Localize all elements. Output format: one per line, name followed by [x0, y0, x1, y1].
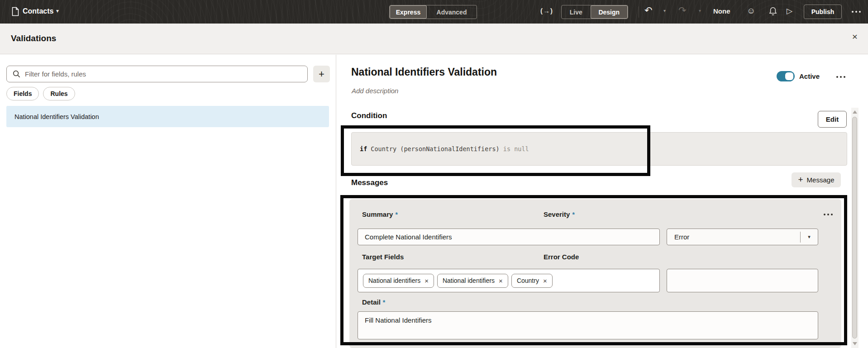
condition-operator: is null	[503, 145, 529, 153]
message-overflow-icon[interactable]	[824, 214, 833, 215]
topbar-overflow-icon[interactable]	[852, 11, 861, 13]
redo-icon: ↷	[678, 5, 687, 16]
condition-expression[interactable]: if Country (personNationalIdentifiers) i…	[351, 132, 847, 166]
required-asterisk: *	[383, 299, 385, 306]
app-window: Contacts ▾ Express Advanced (→) Live Des…	[0, 0, 868, 348]
chip-remove-icon[interactable]: ×	[424, 277, 429, 285]
detail-label: Detail*	[362, 298, 385, 306]
search-box	[6, 66, 308, 82]
add-message-label: Message	[807, 176, 835, 184]
severity-value: Error	[674, 233, 800, 241]
app-menu-caret-icon[interactable]: ▾	[56, 8, 59, 14]
view-toggle: Live Design	[561, 5, 628, 19]
search-input[interactable]	[25, 70, 307, 78]
topbar-divider	[639, 6, 639, 18]
rule-list-item[interactable]: National Identifiers Validation	[6, 106, 329, 127]
active-toggle[interactable]	[777, 71, 795, 81]
add-message-button[interactable]: + Message	[792, 172, 841, 187]
severity-label: Severity*	[544, 210, 575, 218]
chip-label: Country	[517, 277, 539, 284]
error-code-input[interactable]	[667, 269, 818, 292]
sidebar: + Fields Rules National Identifiers Vali…	[0, 55, 336, 348]
redo-menu-caret-icon: ▾	[699, 8, 701, 13]
target-fields-input[interactable]: National identifiers × National identifi…	[358, 269, 660, 292]
message-card: Summary* Severity* Error ▾ Target Fields…	[349, 199, 841, 348]
scrollbar-thumb[interactable]	[852, 117, 857, 338]
document-icon	[12, 7, 19, 18]
version-label[interactable]: None	[713, 7, 730, 15]
feedback-smiley-icon[interactable]: ☺	[747, 6, 755, 16]
mode-advanced-button[interactable]: Advanced	[427, 5, 477, 19]
messages-heading: Messages	[351, 178, 388, 187]
app-title[interactable]: Contacts	[23, 7, 53, 15]
notifications-bell-icon[interactable]	[768, 6, 777, 18]
close-icon[interactable]: ×	[847, 29, 863, 44]
edit-condition-button[interactable]: Edit	[818, 111, 847, 128]
filter-pills: Fields Rules	[6, 87, 75, 100]
rule-overflow-icon[interactable]	[836, 76, 845, 78]
filter-fields-pill[interactable]: Fields	[6, 87, 39, 100]
add-rule-button[interactable]: +	[313, 66, 330, 82]
rule-description-placeholder[interactable]: Add description	[352, 87, 398, 95]
target-field-chip: National identifiers ×	[363, 274, 434, 288]
active-toggle-label: Active	[799, 72, 820, 80]
filter-rules-pill[interactable]: Rules	[43, 87, 75, 100]
rule-title: National Identifiers Validation	[351, 66, 497, 78]
search-icon	[13, 70, 20, 78]
scroll-up-icon[interactable]	[853, 110, 857, 114]
condition-keyword: if	[360, 145, 367, 153]
mode-express-button[interactable]: Express	[390, 5, 427, 19]
chip-remove-icon[interactable]: ×	[499, 277, 503, 285]
detail-textarea[interactable]	[358, 311, 818, 339]
page-title: Validations	[11, 33, 56, 43]
toggle-knob	[785, 72, 793, 80]
rule-list-item-label: National Identifiers Validation	[14, 113, 99, 120]
condition-heading: Condition	[351, 111, 387, 120]
condition-clause: Country (personNationalIdentifiers)	[371, 145, 499, 153]
undo-menu-caret-icon[interactable]: ▾	[663, 8, 666, 13]
undo-icon[interactable]: ↶	[644, 5, 653, 16]
mode-toggle: Express Advanced	[389, 5, 477, 19]
chip-label: National identifiers	[443, 277, 495, 284]
chip-remove-icon[interactable]: ×	[543, 277, 547, 285]
validations-header: Validations ×	[0, 24, 868, 54]
vertical-scrollbar[interactable]	[851, 108, 858, 348]
summary-input[interactable]	[358, 229, 660, 245]
required-asterisk: *	[572, 211, 574, 218]
view-design-button[interactable]: Design	[591, 5, 628, 19]
error-code-label: Error Code	[544, 253, 579, 261]
target-field-chip: National identifiers ×	[437, 274, 508, 288]
view-live-button[interactable]: Live	[562, 5, 591, 19]
scroll-down-icon[interactable]	[853, 342, 857, 345]
plus-icon: +	[798, 175, 803, 185]
summary-label: Summary*	[362, 210, 398, 218]
chevron-down-icon[interactable]: ▾	[801, 234, 818, 240]
topbar: Contacts ▾ Express Advanced (→) Live Des…	[0, 0, 868, 24]
run-play-icon[interactable]: ▷	[787, 6, 792, 16]
target-field-chip: Country ×	[511, 274, 553, 288]
required-asterisk: *	[395, 211, 397, 218]
target-fields-label: Target Fields	[362, 253, 404, 261]
publish-button[interactable]: Publish	[804, 5, 842, 19]
severity-select[interactable]: Error ▾	[667, 229, 818, 245]
chip-label: National identifiers	[368, 277, 420, 284]
preview-icon[interactable]: (→)	[540, 7, 553, 14]
